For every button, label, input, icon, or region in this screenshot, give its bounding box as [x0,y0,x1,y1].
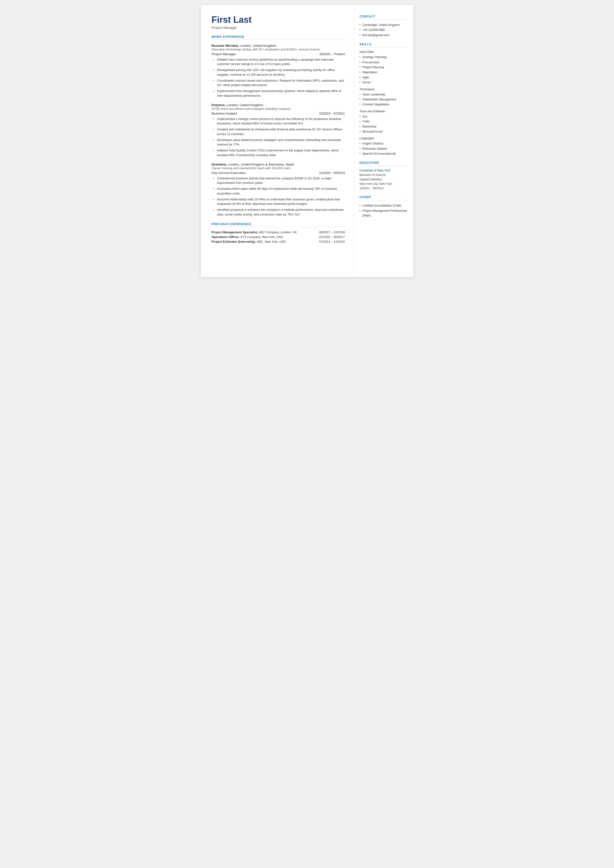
tools-label: Tools and Software: [360,110,408,113]
job-title-row: Key Account Executive11/2018 – 09/2019 [212,171,345,175]
bullet-item: Implemented a change control process to … [213,117,345,126]
prev-exp-title: Operations Officer, XYZ Company, New Yor… [212,235,317,239]
bullet-item: CHampioned business pitches that earned … [213,176,345,186]
tool-item: Microsoft Excel [360,129,408,134]
skill-item: Procurement [360,60,408,65]
previous-exp-row: Project Estimator (Internship), ABC, New… [212,240,345,244]
job-block: Resume Worded, London, United KingdomEdu… [212,43,345,98]
contact-list: Cambridge, United Kingdom+44 1234567890f… [360,23,408,37]
bullet-item: Initiated new customer service guideline… [213,57,345,67]
tool-item: Basecamp [360,124,408,129]
techniques-label: Techniques: [360,88,408,91]
company-name-line: Resume Worded, London, United Kingdom [212,43,345,48]
languages-list: English (Native)Romanian (Native)Spanish… [360,141,408,156]
language-item: Spanish (Conversational) [360,151,408,156]
technique-item: Stakeholder Management [360,97,408,102]
company-description: Career training and membership SaaS with… [212,166,345,170]
contact-heading: CONTACT [360,15,408,20]
techniques-list: Team LeadershipStakeholder ManagementCon… [360,92,408,107]
job-title-row: Project Manager08/2021 – Present [212,52,345,56]
language-item: Romanian (Native) [360,146,408,151]
previous-exp-row: Operations Officer, XYZ Company, New Yor… [212,235,345,239]
edu-school: University of New York [360,169,408,172]
skill-item: Scrum [360,80,408,85]
education-section: University of New YorkBachelor of Scienc… [360,169,408,191]
job-dates: 11/2018 – 09/2019 [319,171,345,175]
job-dates: 10/2019 – 07/2021 [319,112,345,115]
job-dates: 08/2021 – Present [319,53,345,56]
prev-exp-dates: 07/2014 – 12/2015 [319,240,345,244]
contact-item: Cambridge, United Kingdom [360,23,408,28]
hard-skills-label: Hard Skills: [360,50,408,54]
other-heading: OTHER [360,196,408,200]
bullet-item: Created and maintained an enterprise-wid… [213,127,345,137]
technique-item: Contract Negotiation [360,102,408,107]
job-bullets: CHampioned business pitches that earned … [212,176,345,217]
education-block: University of New YorkBachelor of Scienc… [360,169,408,191]
other-item: Project Management Professional (PMP) [360,208,408,219]
bullet-item: Developed value-added business strategie… [213,138,345,147]
job-block: Growthsi, London, United Kingdom & Barce… [212,162,345,217]
edu-detail: Bachelor of ScienceApplied StatisticsNew… [360,173,408,191]
technique-item: Team Leadership [360,92,408,97]
bullet-item: Renegotiated pricing with 120+ old suppl… [213,68,345,77]
skill-item: Agile [360,75,408,80]
prev-exp-title: Project Management Specialist, ABC Compa… [212,231,317,234]
tool-item: Trello [360,119,408,124]
candidate-title: Project Manager [212,26,345,30]
contact-item: +44 1234567890 [360,28,408,33]
skills-heading: SKILLS [360,43,408,47]
bullet-item: Increased online sales within 60 days of… [213,186,345,196]
languages-label: Languages: [360,137,408,140]
bullet-item: Nurtured relationships with 20 HNIs to u… [213,197,345,207]
other-list: Certified ScrumMaster (CSM)Project Manag… [360,203,408,218]
previous-exp-row: Project Management Specialist, ABC Compa… [212,231,345,234]
job-title: Project Manager [212,52,236,56]
prev-exp-dates: 01/2016 – 05/2017 [319,235,345,239]
sidebar-column: CONTACT Cambridge, United Kingdom+44 123… [354,5,414,277]
resume-container: First Last Project Manager WORK EXPERIEN… [201,5,414,277]
prev-exp-title: Project Estimator (Internship), ABC, New… [212,240,317,244]
job-title: Business Analyst [212,112,237,115]
company-name-line: Polyhire, London, United Kingdom [212,103,345,107]
work-experience-section: Resume Worded, London, United KingdomEdu… [212,43,345,217]
job-bullets: Implemented a change control process to … [212,117,345,158]
skill-item: Project Planning [360,65,408,70]
company-description: NYSE-listed recruitment and employer bra… [212,107,345,110]
job-title-row: Business Analyst10/2019 – 07/2021 [212,112,345,115]
tools-list: JiraTrelloBasecampMicrosoft Excel [360,114,408,134]
previous-experience-heading: PREVIOUS EXPERIENCE [212,222,345,227]
education-heading: EDUCATION [360,161,408,166]
bullet-item: Initiated Total Quality Control (TQC) im… [213,148,345,158]
job-block: Polyhire, London, United KingdomNYSE-lis… [212,103,345,158]
bullet-item: Identified prospects to enhance the comp… [213,208,345,217]
bullet-item: Implemented time management and producti… [213,89,345,98]
work-experience-heading: WORK EXPERIENCE [212,35,345,40]
contact-item: first.last@gmail.com [360,33,408,37]
job-title: Key Account Executive [212,171,245,175]
job-bullets: Initiated new customer service guideline… [212,57,345,98]
bullet-item: Coordinated contract review and submissi… [213,78,345,88]
company-name-line: Growthsi, London, United Kingdom & Barce… [212,162,345,166]
tool-item: Jira [360,114,408,119]
main-column: First Last Project Manager WORK EXPERIEN… [201,5,354,277]
skill-item: Strategic Planning [360,55,408,60]
other-item: Certified ScrumMaster (CSM) [360,203,408,208]
previous-experience-section: Project Management Specialist, ABC Compa… [212,231,345,244]
company-description: Education technology startup with 50+ em… [212,48,345,51]
skill-item: Negotiation [360,70,408,75]
candidate-name: First Last [212,15,345,25]
language-item: English (Native) [360,141,408,146]
hard-skills-list: Strategic PlanningProcurementProject Pla… [360,55,408,85]
prev-exp-dates: 06/2017 – 10/2018 [319,231,345,234]
